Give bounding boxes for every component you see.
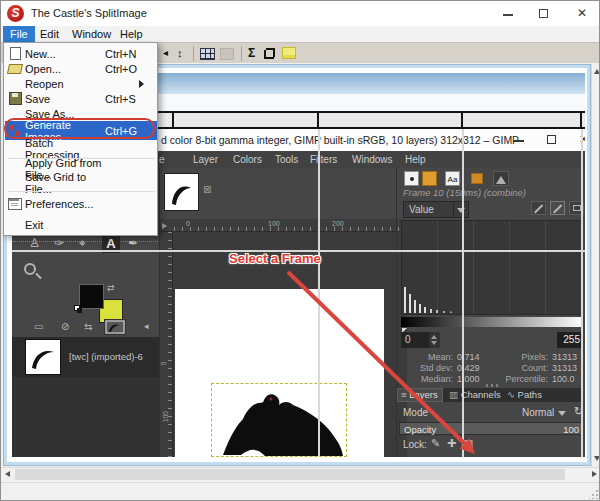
- gimp-menu-colors[interactable]: Colors: [233, 154, 262, 165]
- ruler-h-200: 200: [332, 220, 344, 227]
- menu-item-open[interactable]: Open... Ctrl+O: [5, 61, 157, 76]
- brushes-dialog-icon[interactable]: [404, 171, 419, 186]
- gimp-minimize-button[interactable]: [513, 140, 524, 142]
- grid-icon[interactable]: [200, 48, 215, 60]
- gimp-image-tab[interactable]: [164, 173, 199, 211]
- channel-select[interactable]: Value: [403, 201, 469, 218]
- ruler-h-100: 100: [268, 220, 280, 227]
- menu-help[interactable]: Help: [113, 26, 150, 42]
- histogram-plot: [401, 220, 583, 315]
- percentile-label: Percentile:: [488, 374, 548, 384]
- stddev-value: 0.429: [457, 363, 480, 373]
- crop-icon[interactable]: [263, 47, 276, 60]
- gimp-menu-filters[interactable]: Filters: [310, 154, 337, 165]
- sum-icon[interactable]: Σ: [248, 45, 255, 62]
- menu-item-reopen[interactable]: Reopen: [5, 76, 157, 91]
- window-title: The Castle's SplitImage: [31, 7, 147, 19]
- range-max-input[interactable]: 255: [557, 332, 583, 348]
- gimp-maximize-button[interactable]: [547, 135, 556, 144]
- tab-menu-icon[interactable]: ◂: [144, 321, 149, 331]
- image-list-row[interactable]: [twc] (imported)-6: [12, 337, 159, 377]
- ink-tool-icon[interactable]: ✒: [128, 236, 138, 250]
- grid-line-vertical: [172, 111, 174, 129]
- ruler-v-100: 100: [162, 411, 169, 422]
- patterns-dialog-icon[interactable]: [422, 171, 437, 186]
- default-colors-icon[interactable]: [74, 305, 80, 311]
- screen-tab-icon[interactable]: ▭: [34, 321, 43, 332]
- gimp-menu-help[interactable]: Help: [405, 154, 426, 165]
- menu-separator: [8, 191, 155, 192]
- gimp-menu-tools[interactable]: Tools: [275, 154, 298, 165]
- close-button[interactable]: ✕: [565, 1, 599, 26]
- maximize-button[interactable]: [527, 1, 561, 26]
- range-min-input[interactable]: 0: [401, 332, 429, 348]
- tab-channels[interactable]: ▥ Channels: [446, 388, 502, 402]
- swap-colors-icon[interactable]: ⇄: [107, 283, 115, 293]
- menu-item-save-shortcut: Ctrl+S: [105, 93, 157, 105]
- zoom-tool-icon[interactable]: [24, 263, 36, 275]
- mode-value[interactable]: Normal: [522, 407, 554, 418]
- menu-edit[interactable]: Edit: [33, 26, 66, 42]
- gradients-dialog-icon[interactable]: [471, 173, 483, 184]
- note-icon[interactable]: [282, 47, 296, 59]
- resize-grip[interactable]: [589, 490, 598, 499]
- lock-label: Lock:: [403, 439, 427, 450]
- scroll-down-icon[interactable]: [594, 456, 600, 461]
- pencil-lock-icon[interactable]: ✎: [431, 437, 440, 450]
- alpha-lock-icon[interactable]: ▦: [463, 437, 473, 450]
- title-bar: S The Castle's SplitImage ✕: [1, 1, 600, 26]
- menu-item-batch-processing[interactable]: Batch Processing...: [5, 141, 157, 156]
- mode-chevron-icon[interactable]: [558, 411, 566, 416]
- paths-tool-icon[interactable]: ⌖: [79, 236, 86, 250]
- histogram-dialog-icon[interactable]: [493, 171, 509, 186]
- tab-paths-label: Paths: [518, 389, 542, 400]
- linear-histogram-icon[interactable]: [531, 201, 546, 215]
- new-document-icon: [10, 47, 21, 60]
- gimp-menu-layer[interactable]: Layer: [193, 154, 218, 165]
- grid-line-vertical-light: [318, 129, 320, 457]
- tab-layers[interactable]: ≡ Layers: [397, 388, 443, 402]
- horizontal-scrollbar-thumb[interactable]: [15, 469, 565, 480]
- menu-item-open-label: Open...: [25, 63, 105, 75]
- fonts-dialog-icon[interactable]: Aa: [445, 171, 460, 186]
- vertical-scrollbar[interactable]: [591, 64, 600, 467]
- grid-line-vertical-light: [581, 129, 583, 457]
- images-tab-icon[interactable]: ⊘: [61, 321, 69, 332]
- opacity-slider[interactable]: Opacity 100: [399, 422, 583, 435]
- image-list-name: [twc] (imported)-6: [69, 351, 143, 362]
- menu-item-save[interactable]: Save Ctrl+S: [5, 91, 157, 106]
- image-thumb-tab[interactable]: [104, 319, 126, 335]
- scroll-up-icon[interactable]: [594, 69, 600, 74]
- menu-item-save-grid[interactable]: Save Grid to File...: [5, 175, 157, 190]
- menu-item-preferences[interactable]: Preferences...: [5, 195, 157, 212]
- status-bar: [1, 482, 600, 501]
- open-folder-icon: [7, 64, 23, 74]
- submenu-arrow-icon: [139, 80, 144, 88]
- back-icon[interactable]: ◂: [163, 45, 168, 62]
- menu-window[interactable]: Window: [65, 26, 118, 42]
- menu-item-new[interactable]: New... Ctrl+N: [5, 46, 157, 61]
- foreground-color-swatch[interactable]: [79, 284, 104, 309]
- mean-label: Mean:: [393, 352, 453, 362]
- smudge-tool-icon[interactable]: ✑: [54, 236, 64, 250]
- menu-item-exit[interactable]: Exit: [5, 217, 157, 232]
- menu-item-new-label: New...: [25, 48, 105, 60]
- log-histogram-icon[interactable]: [550, 201, 565, 215]
- history-tab-icon[interactable]: ⇆: [84, 321, 92, 332]
- fit-vertical-icon[interactable]: ↕: [177, 45, 183, 62]
- clone-tool-icon[interactable]: ♙: [29, 236, 40, 250]
- range-min-spinner[interactable]: [429, 332, 440, 348]
- mean-value: 0.714: [457, 352, 480, 362]
- count-label: Count:: [488, 363, 548, 373]
- move-lock-icon[interactable]: ✚: [447, 437, 456, 450]
- menu-file[interactable]: File: [3, 26, 35, 42]
- scroll-left-icon[interactable]: [5, 471, 10, 477]
- gimp-menu-windows[interactable]: Windows: [352, 154, 393, 165]
- minimize-button[interactable]: [491, 1, 525, 26]
- panel-resize-handle[interactable]: [486, 384, 500, 387]
- channel-select-value: Value: [409, 204, 434, 215]
- grid-line-vertical-light: [462, 129, 464, 457]
- tab-paths[interactable]: ∿ Paths: [504, 388, 546, 402]
- scroll-right-icon[interactable]: [592, 471, 597, 477]
- close-image-tab-icon[interactable]: ⊠: [203, 184, 211, 195]
